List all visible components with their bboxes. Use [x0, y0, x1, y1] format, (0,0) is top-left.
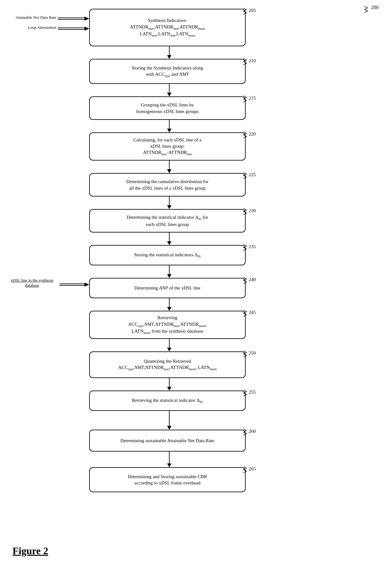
step-label-255: 255	[249, 390, 256, 395]
zigzag-210	[243, 58, 249, 65]
svg-marker-28	[167, 387, 171, 391]
step-250-box: Quantizing the Retrieved ACCtype,NMT,ATT…	[89, 351, 246, 378]
figure-number-200: 200	[371, 5, 379, 10]
step-label-250: 250	[249, 350, 256, 356]
step-250-text: Quantizing the Retrieved ACCtype,NMT,ATT…	[118, 358, 217, 371]
figure-label: Figure 2	[13, 545, 48, 557]
step-215-box: Grouping the xDSL lines by homogeneous x…	[89, 96, 246, 120]
step-230-text: Determining the statistical indicator Δ9…	[127, 214, 208, 228]
step-label-215: 215	[249, 95, 256, 101]
step-205-text: Synthesis Indicators: ATTNDRmax,ATTNDRmi…	[130, 17, 205, 38]
arrow-240-245	[167, 298, 172, 311]
step-225-box: Determining the cumulative distribution …	[89, 173, 246, 197]
step-245-text: Retrieving ACCtype,NMT,ATTNDRmax,ATTNDRm…	[128, 314, 207, 335]
arrow-250-255	[167, 378, 172, 391]
step-220-text: Calculating, for each xDSL line of a xDS…	[133, 137, 201, 156]
input-arrow-2	[58, 27, 89, 31]
svg-marker-19	[167, 274, 171, 278]
arrow-205-210	[167, 46, 172, 59]
arrow-235-240	[167, 265, 172, 278]
zigzag-220	[243, 131, 249, 139]
step-label-220: 220	[249, 131, 256, 137]
zigzag-200	[363, 5, 371, 14]
input-arrow-3	[59, 283, 89, 287]
svg-marker-30	[167, 426, 171, 430]
step-label-245: 245	[249, 310, 256, 315]
step-205-box: Synthesis Indicators: ATTNDRmax,ATTNDRmi…	[89, 9, 246, 46]
step-245-box: Retrieving ACCtype,NMT,ATTNDRmax,ATTNDRm…	[89, 311, 246, 339]
svg-marker-26	[167, 348, 171, 351]
arrow-215-220	[167, 120, 172, 132]
svg-marker-15	[167, 205, 171, 209]
step-label-230: 230	[249, 208, 256, 213]
zigzag-265	[243, 466, 249, 473]
step-260-box: Determining sustainable Attainable Net D…	[89, 430, 246, 452]
step-235-text: Storing the statistical indicators Δ95	[134, 252, 201, 259]
arrow-210-215	[167, 84, 172, 96]
step-265-text: Determining and Storing sustainable CBR …	[128, 473, 207, 486]
zigzag-245	[243, 309, 249, 317]
step-label-210: 210	[249, 58, 256, 64]
step-label-225: 225	[249, 172, 256, 177]
step-220-box: Calculating, for each xDSL line of a xDS…	[89, 132, 246, 161]
zigzag-255	[243, 389, 249, 397]
step-label-205: 205	[249, 8, 256, 13]
step-230-box: Determining the statistical indicator Δ9…	[89, 209, 246, 233]
arrow-255-260	[167, 411, 172, 430]
step-215-text: Grouping the xDSL lines by homogeneous x…	[136, 102, 198, 115]
step-255-text: Retrieving the statistical indicator Δ95	[132, 397, 203, 404]
arrow-245-250	[167, 339, 172, 351]
arrow-230-235	[167, 233, 172, 245]
svg-marker-32	[167, 463, 171, 467]
zigzag-225	[243, 171, 249, 179]
svg-marker-2	[84, 17, 89, 21]
input-label-loop: Loop Attenuation	[10, 25, 56, 30]
step-235-box: Storing the statistical indicators Δ95	[89, 245, 246, 265]
arrow-260-265	[167, 452, 172, 467]
svg-marker-11	[167, 129, 171, 132]
step-label-240: 240	[249, 277, 256, 282]
step-label-260: 260	[249, 429, 256, 434]
svg-marker-5	[84, 27, 89, 31]
input-arrow-1	[58, 17, 89, 21]
svg-marker-9	[167, 93, 171, 96]
zigzag-260	[243, 428, 249, 436]
zigzag-215	[243, 95, 249, 103]
svg-marker-24	[167, 307, 171, 311]
svg-marker-7	[167, 55, 171, 59]
arrow-225-230	[167, 197, 172, 209]
step-255-box: Retrieving the statistical indicator Δ95	[89, 391, 246, 411]
input-label-attainable: Attainable Net Data Rate	[6, 15, 56, 20]
step-label-265: 265	[249, 466, 256, 472]
arrow-220-225	[167, 161, 172, 173]
zigzag-250	[243, 350, 249, 358]
svg-marker-17	[167, 241, 171, 245]
input-label-xdsl: xDSL line in the synthesisdatabase	[6, 278, 58, 288]
diagram-container: 200 Attainable Net Data Rate Loop Attenu…	[0, 0, 388, 588]
step-260-text: Determining sustainable Attainable Net D…	[120, 437, 214, 444]
step-240-text: Determining ANP of the xDSL line	[134, 285, 201, 291]
svg-marker-13	[167, 169, 171, 173]
step-210-box: Storing the Synthesis Indicators along w…	[89, 59, 246, 84]
svg-marker-22	[84, 283, 89, 287]
step-label-235: 235	[249, 244, 256, 249]
zigzag-205	[243, 7, 249, 15]
step-240-box: Determining ANP of the xDSL line	[89, 278, 246, 298]
zigzag-240	[243, 276, 249, 284]
step-210-text: Storing the Synthesis Indicators along w…	[132, 65, 203, 78]
zigzag-230	[243, 207, 249, 215]
zigzag-235	[243, 243, 249, 251]
step-265-box: Determining and Storing sustainable CBR …	[89, 467, 246, 492]
step-225-text: Determining the cumulative distribution …	[126, 178, 208, 191]
